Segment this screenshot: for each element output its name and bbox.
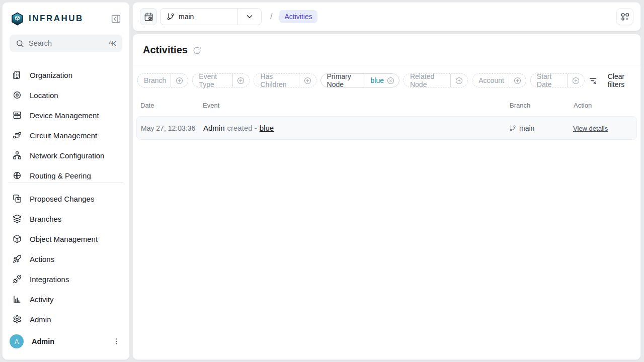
filter-chip-label: Primary Node xyxy=(321,72,366,88)
filter-chip-event-type[interactable]: Event Type xyxy=(192,73,250,87)
server-icon xyxy=(13,111,22,120)
layers-icon xyxy=(13,214,22,223)
sidebar-item-circuit-management[interactable]: Circuit Management xyxy=(9,125,123,145)
sidebar-item-label: Actions xyxy=(30,255,54,263)
sidebar-item-label: Organization xyxy=(30,71,72,79)
sidebar-item-label: Activity xyxy=(30,295,54,304)
branch-selector[interactable]: main xyxy=(160,8,262,25)
sidebar-item-label: Device Management xyxy=(30,111,99,120)
sidebar-item-network-configuration[interactable]: Network Configuration xyxy=(9,145,123,165)
clear-filters-button[interactable]: Clear filters xyxy=(589,72,632,88)
building-icon xyxy=(13,70,22,79)
sidebar-item-actions[interactable]: Actions xyxy=(9,249,123,269)
user-menu-button[interactable] xyxy=(110,335,122,347)
avatar: A xyxy=(10,334,24,348)
plus-circle-icon[interactable] xyxy=(232,76,249,85)
row-event: Admin created - blue xyxy=(203,124,509,132)
event-verb: created - xyxy=(227,124,257,132)
filter-chip-branch[interactable]: Branch xyxy=(137,73,188,87)
filter-bar: Branch Event Type Has Children xyxy=(133,65,640,94)
refresh-button[interactable] xyxy=(193,46,201,55)
brand-header: INFRAHUB xyxy=(3,3,129,28)
sidebar-item-object-management[interactable]: Object Management xyxy=(9,229,123,249)
user-name: Admin xyxy=(32,337,54,345)
plus-circle-icon[interactable] xyxy=(299,76,316,85)
search-placeholder: Search xyxy=(29,39,52,47)
breadcrumb-activities[interactable]: Activities xyxy=(279,10,317,23)
filter-chip-label: Account xyxy=(472,76,509,84)
sidebar-nav-secondary: Proposed Changes Branches Object Managem… xyxy=(3,183,129,329)
column-header-branch: Branch xyxy=(510,102,574,109)
chevron-down-icon xyxy=(245,12,254,21)
table-row[interactable]: May 27, 12:03:36 Admin created - blue ma… xyxy=(136,116,637,140)
filter-chip-has-children[interactable]: Has Children xyxy=(254,73,316,87)
time-travel-button[interactable] xyxy=(140,8,157,25)
filter-chip-label: Start Date xyxy=(531,72,567,88)
diff-icon xyxy=(13,194,22,203)
filter-chip-label: Branch xyxy=(138,76,171,84)
sidebar-nav-primary: Organization Location Device Management xyxy=(3,65,129,179)
sidebar-item-device-management[interactable]: Device Management xyxy=(9,105,123,125)
refresh-icon xyxy=(193,46,201,55)
filter-chip-label: Has Children xyxy=(254,72,298,88)
column-header-event: Event xyxy=(203,102,510,109)
sidebar-item-label: Location xyxy=(30,91,58,100)
plus-circle-icon[interactable] xyxy=(509,76,526,85)
sidebar-item-label: Routing & Peering xyxy=(30,171,91,180)
sidebar-item-label: Admin xyxy=(30,315,51,324)
search-shortcut: ^K xyxy=(109,40,116,47)
filter-chip-primary-node[interactable]: Primary Node blue xyxy=(320,73,399,87)
filter-chip-account[interactable]: Account xyxy=(472,73,526,87)
main-content: Activities Branch Event Type xyxy=(132,34,641,360)
filter-chip-label: Event Type xyxy=(193,72,232,88)
filter-x-icon xyxy=(589,76,597,85)
plus-circle-icon[interactable] xyxy=(451,76,467,85)
breadcrumb-separator: / xyxy=(270,12,272,21)
gear-icon xyxy=(13,315,22,324)
plug-icon xyxy=(13,275,22,284)
sidebar-item-location[interactable]: Location xyxy=(9,85,123,105)
event-actor: Admin xyxy=(203,124,225,132)
clear-filters-label: Clear filters xyxy=(601,72,631,88)
plus-circle-icon[interactable] xyxy=(568,76,584,85)
collapse-sidebar-button[interactable] xyxy=(110,13,122,25)
view-details-link[interactable]: View details xyxy=(573,125,608,132)
schema-graph-icon xyxy=(620,12,630,22)
event-object-link[interactable]: blue xyxy=(260,124,274,132)
filter-chip-label: Related Node xyxy=(404,72,450,88)
rocket-icon xyxy=(13,254,22,263)
user-menu[interactable]: A Admin xyxy=(10,331,122,351)
row-branch-name: main xyxy=(519,124,534,132)
git-branch-icon xyxy=(167,13,175,21)
sidebar-item-integrations[interactable]: Integrations xyxy=(9,269,123,289)
search-input[interactable]: Search ^K xyxy=(10,35,122,52)
sidebar-item-proposed-changes[interactable]: Proposed Changes xyxy=(9,189,123,209)
schema-visualizer-button[interactable] xyxy=(616,8,633,25)
filter-chip-start-date[interactable]: Start Date xyxy=(530,73,585,87)
sidebar-item-admin[interactable]: Admin xyxy=(9,309,123,329)
page-header: Activities xyxy=(133,34,640,65)
kebab-menu-icon xyxy=(112,337,120,345)
filter-chip-value: blue xyxy=(366,76,386,84)
sidebar-item-label: Branches xyxy=(30,215,61,223)
sidebar-item-branches[interactable]: Branches xyxy=(9,209,123,229)
row-action: View details xyxy=(573,124,632,133)
branch-selector-value: main xyxy=(179,13,194,21)
top-bar: main / Activities xyxy=(132,2,641,31)
plus-circle-icon[interactable] xyxy=(171,76,188,85)
branch-selector-toggle[interactable] xyxy=(238,12,261,21)
git-branch-icon xyxy=(509,125,516,132)
sidebar-item-label: Proposed Changes xyxy=(30,195,94,203)
filter-chip-related-node[interactable]: Related Node xyxy=(404,73,468,87)
sidebar-item-organization[interactable]: Organization xyxy=(9,65,123,85)
sidebar: INFRAHUB Search ^K Organiza xyxy=(2,2,130,360)
sidebar-item-routing-peering[interactable]: Routing & Peering xyxy=(9,165,123,179)
row-date: May 27, 12:03:36 xyxy=(141,124,203,132)
infrahub-logo-icon xyxy=(11,12,24,26)
sidebar-item-label: Integrations xyxy=(30,275,69,284)
sidebar-item-label: Object Management xyxy=(30,235,98,243)
x-circle-icon[interactable] xyxy=(386,76,399,85)
calendar-clock-icon xyxy=(144,12,153,22)
bar-chart-icon xyxy=(13,295,22,304)
sidebar-item-activity[interactable]: Activity xyxy=(9,289,123,309)
